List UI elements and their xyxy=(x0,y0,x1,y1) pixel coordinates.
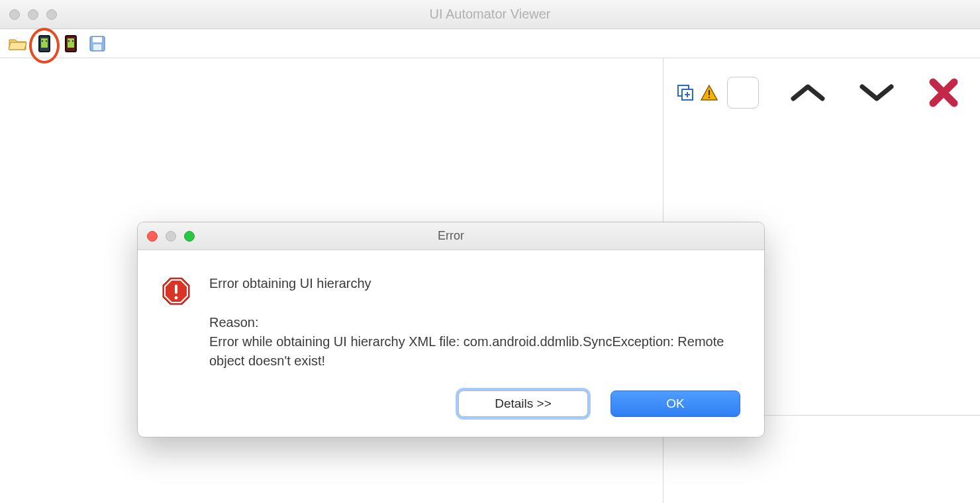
dialog-title: Error xyxy=(138,229,764,243)
ok-button[interactable]: OK xyxy=(611,390,740,417)
traffic-close-icon[interactable] xyxy=(9,9,20,20)
dialog-reason-label: Reason: xyxy=(209,313,740,332)
svg-point-6 xyxy=(68,40,70,41)
svg-rect-19 xyxy=(175,285,177,294)
svg-rect-10 xyxy=(93,44,101,50)
svg-point-2 xyxy=(42,40,43,41)
error-stop-icon xyxy=(162,274,191,371)
dialog-heading: Error obtaining UI hierarchy xyxy=(209,274,740,293)
svg-rect-16 xyxy=(709,97,710,98)
svg-rect-9 xyxy=(93,37,102,42)
svg-point-7 xyxy=(72,40,74,41)
main-titlebar: UI Automator Viewer xyxy=(0,0,980,29)
open-folder-icon[interactable] xyxy=(7,34,29,54)
svg-point-20 xyxy=(175,297,178,300)
traffic-zoom-icon[interactable] xyxy=(46,9,57,20)
svg-point-3 xyxy=(46,40,47,41)
dialog-body: Error obtaining UI hierarchy Reason: Err… xyxy=(138,250,764,384)
device-screenshot-compressed-icon[interactable] xyxy=(60,34,82,54)
warning-icon[interactable] xyxy=(701,85,718,101)
window-title: UI Automator Viewer xyxy=(0,7,980,22)
toolbar xyxy=(0,29,980,58)
chevron-down-icon[interactable] xyxy=(850,83,903,103)
dialog-reason-text: Error while obtaining UI hierarchy XML f… xyxy=(209,332,740,371)
dialog-text: Error obtaining UI hierarchy Reason: Err… xyxy=(209,274,740,371)
hierarchy-toolbar xyxy=(677,77,967,109)
clear-x-icon[interactable] xyxy=(920,78,967,107)
main-traffic-lights xyxy=(0,9,57,20)
expand-all-icon[interactable] xyxy=(677,84,694,101)
dialog-buttons: Details >> OK xyxy=(138,384,764,437)
search-input[interactable] xyxy=(727,77,759,109)
traffic-minimize-icon[interactable] xyxy=(28,9,38,20)
svg-rect-1 xyxy=(41,38,48,48)
chevron-up-icon[interactable] xyxy=(781,83,834,103)
save-icon[interactable] xyxy=(86,34,109,54)
device-screenshot-icon[interactable] xyxy=(33,34,56,54)
svg-rect-15 xyxy=(709,90,710,95)
dialog-titlebar: Error xyxy=(138,222,764,250)
error-dialog: Error Error obtaining UI hierarchy Reaso… xyxy=(137,222,765,437)
svg-rect-5 xyxy=(68,38,74,48)
details-button[interactable]: Details >> xyxy=(458,390,588,417)
